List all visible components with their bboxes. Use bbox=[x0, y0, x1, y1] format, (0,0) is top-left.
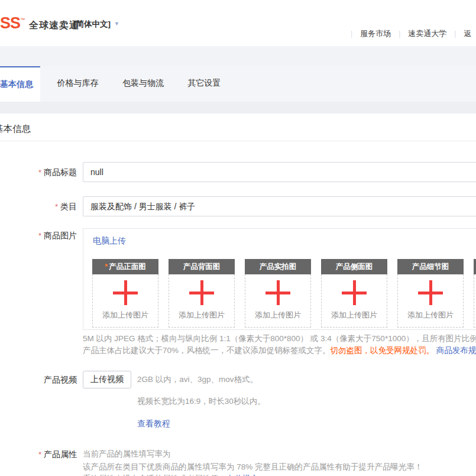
top-nav: | 服务市场 | 速卖通大学 | 返 bbox=[351, 28, 471, 39]
upload-dropzone[interactable]: 添加上传图片 bbox=[397, 274, 464, 328]
image-requirements-line1: 5M 以内 JPEG 格式；横向与纵向比例 1:1（像素大于800*800） 或… bbox=[83, 333, 476, 345]
language-label: [简体中文] bbox=[73, 20, 111, 28]
tile-title: 产品侧面图 bbox=[321, 259, 387, 274]
tab-bar: 基本信息 价格与库存 包装与物流 其它设置 bbox=[0, 66, 476, 102]
tile-title: 产品细节图 bbox=[397, 259, 464, 274]
product-title-label: *商品标题 bbox=[0, 162, 77, 183]
aliexpress-logo: SS™ 全球速卖通 bbox=[0, 14, 79, 33]
form-content: 基本信息 *商品标题 *类目 服装及配饰 / 男士服装 / 裤子 *商品图片 电… bbox=[0, 114, 476, 476]
top-header: SS™ 全球速卖通 [简体中文]▼ | 服务市场 | 速卖通大学 | 返 bbox=[0, 0, 476, 46]
image-requirements-line2: 产品主体占比建议大于70%，风格统一，不建议添加促销标签或文字。切勿盗图，以免受… bbox=[83, 345, 476, 357]
tab-price-stock[interactable]: 价格与库存 bbox=[50, 66, 105, 102]
section-title: 基本信息 bbox=[0, 123, 31, 135]
no-stolen-images-warning: 切勿盗图，以免受网规处罚。 bbox=[331, 346, 435, 355]
plus-icon bbox=[264, 279, 292, 306]
required-asterisk: * bbox=[105, 263, 108, 271]
category-value-box[interactable]: 服装及配饰 / 男士服装 / 裤子 bbox=[83, 196, 476, 216]
nav-divider: | bbox=[454, 30, 456, 38]
language-selector[interactable]: [简体中文]▼ bbox=[73, 19, 119, 30]
category-label: *类目 bbox=[0, 196, 77, 217]
view-tutorial-link[interactable]: 查看教程 bbox=[137, 419, 170, 429]
upload-tile-clipped[interactable] bbox=[474, 259, 476, 328]
product-title-input[interactable] bbox=[83, 162, 476, 182]
tab-packaging-logistics[interactable]: 包装与物流 bbox=[115, 66, 171, 102]
nav-service-market[interactable]: 服务市场 bbox=[360, 28, 391, 39]
product-edit-page: SS™ 全球速卖通 [简体中文]▼ | 服务市场 | 速卖通大学 | 返 基本信… bbox=[0, 0, 476, 476]
tile-title bbox=[474, 259, 476, 274]
required-asterisk: * bbox=[38, 450, 41, 459]
plus-icon bbox=[417, 279, 444, 306]
tile-title: 产品实拍图 bbox=[245, 259, 311, 274]
logo-mark: SS bbox=[0, 14, 20, 33]
image-upload-panel: 电脑上传 *产品正面图 添加上传图片 产品背面图 添加上传图片 bbox=[83, 228, 476, 330]
upload-tiles: *产品正面图 添加上传图片 产品背面图 添加上传图片 产品实拍图 bbox=[92, 259, 476, 328]
attribute-missing-line: 系统属性中没有合适的属性或者属性值？点此提交 bbox=[83, 473, 258, 476]
video-format-hint: 2GB 以内，avi、3gp、mov格式。 bbox=[137, 371, 258, 388]
upload-video-button[interactable]: 上传视频 bbox=[83, 371, 131, 388]
nav-aliexpress-university[interactable]: 速卖通大学 bbox=[408, 28, 446, 39]
plus-icon bbox=[112, 279, 139, 306]
upload-tile-real-shot[interactable]: 产品实拍图 添加上传图片 bbox=[245, 259, 311, 328]
tab-basic-info[interactable]: 基本信息 bbox=[0, 66, 40, 102]
plus-icon bbox=[188, 279, 215, 306]
upload-tile-detail[interactable]: 产品细节图 添加上传图片 bbox=[397, 259, 464, 328]
product-attributes-label: *产品属性 bbox=[0, 448, 77, 461]
upload-dropzone[interactable]: 添加上传图片 bbox=[169, 274, 235, 328]
upload-dropzone[interactable]: 添加上传图片 bbox=[92, 274, 158, 328]
image-requirements-gray: 产品主体占比建议大于70%，风格统一，不建议添加促销标签或文字。 bbox=[83, 346, 331, 355]
gray-band-top bbox=[0, 46, 476, 66]
nav-divider: | bbox=[351, 30, 352, 38]
upload-tile-side[interactable]: 产品侧面图 添加上传图片 bbox=[321, 259, 387, 328]
video-ratio-hint: 视频长宽比为16:9，时长30秒以内。 bbox=[137, 396, 265, 407]
gray-band-mid bbox=[0, 102, 476, 114]
required-asterisk: * bbox=[55, 202, 58, 211]
required-asterisk: * bbox=[38, 168, 41, 177]
tile-title: 产品背面图 bbox=[169, 259, 235, 274]
upload-dropzone[interactable]: 添加上传图片 bbox=[321, 274, 387, 328]
publish-rules-link[interactable]: 商品发布规范 bbox=[436, 346, 476, 355]
product-images-label: *商品图片 bbox=[0, 229, 77, 242]
tile-title: *产品正面图 bbox=[92, 259, 158, 274]
computer-upload-link[interactable]: 电脑上传 bbox=[93, 236, 126, 247]
upload-tile-back[interactable]: 产品背面图 添加上传图片 bbox=[169, 259, 235, 328]
nav-divider: | bbox=[399, 30, 400, 38]
tab-other-settings[interactable]: 其它设置 bbox=[180, 66, 228, 102]
trademark-symbol: ™ bbox=[20, 17, 25, 22]
attribute-benchmark-line: 该产品所在类目下优质商品的属性填写率为 78% 完整且正确的产品属性有助于提升产… bbox=[83, 461, 423, 473]
plus-icon bbox=[341, 279, 368, 306]
logo-text: 全球速卖通 bbox=[29, 20, 79, 32]
upload-tile-front[interactable]: *产品正面图 添加上传图片 bbox=[92, 259, 158, 328]
attribute-fill-rate-line: 当前产品的属性填写率为 bbox=[83, 448, 171, 460]
section-divider bbox=[0, 141, 476, 141]
chevron-down-icon: ▼ bbox=[114, 21, 119, 27]
upload-dropzone[interactable]: 添加上传图片 bbox=[245, 274, 311, 328]
required-asterisk: * bbox=[38, 231, 41, 240]
upload-dropzone[interactable] bbox=[474, 274, 476, 328]
nav-clipped-item[interactable]: 返 bbox=[464, 28, 471, 39]
product-video-label: 产品视频 bbox=[0, 371, 77, 388]
